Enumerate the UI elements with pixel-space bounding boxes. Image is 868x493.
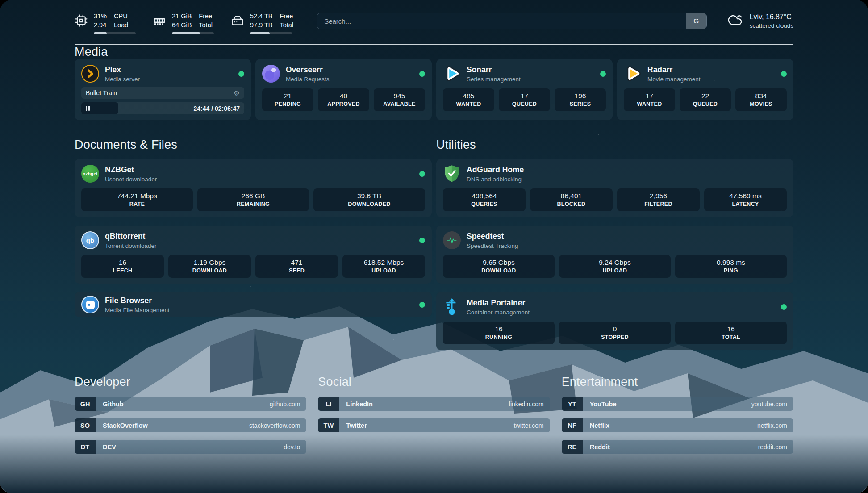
stat-tile: 196SERIES	[555, 88, 606, 111]
filebrowser-subtitle: Media File Management	[105, 307, 170, 313]
plex-icon	[81, 65, 99, 83]
disk-total-label: Total	[280, 21, 294, 29]
qbittorrent-title: qBittorrent	[105, 232, 157, 241]
hard-drive-icon	[231, 14, 244, 27]
cpu-load-value: 2.94	[94, 21, 107, 29]
stat-tile: 2,956FILTERED	[617, 188, 700, 211]
section-title-documents: Documents & Files	[75, 138, 432, 152]
filebrowser-icon	[81, 296, 99, 313]
bookmark-reddit[interactable]: RE Reddit reddit.com	[562, 440, 793, 454]
bookmark-netflix[interactable]: NF Netflix netflix.com	[562, 418, 793, 432]
portainer-status-dot	[781, 304, 787, 310]
stat-tile: 0STOPPED	[559, 322, 671, 344]
plex-playback-time: 24:44 / 02:06:47	[193, 102, 240, 114]
plex-subtitle: Media server	[105, 76, 140, 83]
bookmark-abbr: TW	[318, 418, 339, 432]
stat-tile: 16LEECH	[81, 255, 164, 278]
plex-card[interactable]: Plex Media server Bullet Train ⚙ 24:44 /…	[75, 59, 251, 120]
section-title-media: Media	[75, 45, 793, 59]
filebrowser-title: File Browser	[105, 296, 170, 305]
portainer-title: Media Portainer	[467, 298, 530, 308]
radarr-status-dot	[781, 71, 787, 77]
radarr-card[interactable]: Radarr Movie management 17WANTED 22QUEUE…	[617, 59, 793, 120]
entertainment-bookmarks: Entertainment YT YouTube youtube.com NF …	[562, 375, 793, 454]
search-input[interactable]	[317, 13, 686, 29]
snow-specks	[0, 0, 1, 1]
bookmark-stackoverflow[interactable]: SO StackOverflow stackoverflow.com	[75, 418, 306, 432]
stat-tile: 471SEED	[255, 255, 338, 278]
weather-location-temp: Lviv, 16.87°C	[750, 13, 793, 22]
qbittorrent-card[interactable]: qb qBittorrent Torrent downloader 16LEEC…	[75, 226, 432, 284]
stat-tile: 17WANTED	[624, 88, 675, 111]
stat-tile: 9.65 GbpsDOWNLOAD	[443, 255, 555, 278]
plex-status-dot	[238, 71, 244, 77]
portainer-crane-icon	[443, 298, 461, 316]
stat-tile: 834MOVIES	[735, 88, 787, 111]
adguard-card[interactable]: AdGuard Home DNS and adblocking 498,564Q…	[436, 159, 793, 217]
sonarr-icon	[443, 65, 461, 83]
overseerr-card[interactable]: Overseerr Media Requests 21PENDING 40APP…	[255, 59, 432, 120]
adguard-title: AdGuard Home	[467, 165, 524, 175]
stat-tile: 16TOTAL	[675, 322, 787, 344]
stat-tile: 618.52 MbpsUPLOAD	[342, 255, 425, 278]
plex-now-playing-row: Bullet Train ⚙	[81, 87, 244, 99]
speedtest-title: Speedtest	[467, 232, 518, 241]
stat-tile: 0.993 msPING	[675, 255, 787, 278]
stat-tile: 47.569 msLATENCY	[704, 188, 787, 211]
portainer-card[interactable]: Media Portainer Container management 16R…	[436, 292, 793, 350]
bookmark-abbr: DT	[75, 440, 96, 454]
developer-bookmarks: Developer GH Github github.com SO StackO…	[75, 375, 306, 454]
pause-icon[interactable]	[86, 106, 90, 111]
overseerr-subtitle: Media Requests	[286, 76, 330, 83]
bookmark-abbr: SO	[75, 418, 96, 432]
weather-widget: Lviv, 16.87°C scattered clouds	[726, 13, 793, 29]
bookmark-dev[interactable]: DT DEV dev.to	[75, 440, 306, 454]
stat-tile: 86,401BLOCKED	[530, 188, 613, 211]
weather-condition: scattered clouds	[750, 22, 793, 30]
filebrowser-card[interactable]: File Browser Media File Management	[75, 292, 432, 317]
memory-progress-bar	[172, 32, 214, 34]
section-title-utilities: Utilities	[436, 138, 793, 152]
cpu-progress-bar	[94, 32, 136, 34]
cpu-stat: 31% 2.94 CPU Load	[75, 12, 136, 34]
filebrowser-status-dot	[419, 302, 425, 308]
stat-tile: 39.6 TBDOWNLOADED	[313, 188, 425, 211]
adguard-shield-icon	[443, 165, 461, 183]
qbittorrent-subtitle: Torrent downloader	[105, 242, 157, 249]
section-title-developer: Developer	[75, 375, 306, 389]
plex-settings-gear-icon[interactable]: ⚙	[234, 90, 240, 96]
sonarr-subtitle: Series management	[467, 76, 521, 83]
sonarr-card[interactable]: Sonarr Series management 485WANTED 17QUE…	[436, 59, 613, 120]
stat-tile: 498,564QUERIES	[443, 188, 526, 211]
bookmark-linkedin[interactable]: LI LinkedIn linkedin.com	[318, 397, 550, 411]
qbittorrent-status-dot	[419, 238, 425, 243]
stat-tile: 40APPROVED	[318, 88, 369, 111]
system-stats: 31% 2.94 CPU Load	[75, 12, 293, 34]
stat-tile: 266 GBREMAINING	[197, 188, 309, 211]
section-title-social: Social	[318, 375, 550, 389]
bookmark-abbr: GH	[75, 397, 96, 411]
disk-progress-bar	[250, 32, 292, 34]
memory-icon	[153, 14, 166, 27]
stat-tile: 485WANTED	[443, 88, 494, 111]
memory-total-value: 64 GiB	[172, 21, 192, 29]
search-bar: G	[317, 13, 707, 29]
social-bookmarks: Social LI LinkedIn linkedin.com TW Twitt…	[318, 375, 550, 454]
utilities-column: Utilities	[436, 138, 793, 350]
speedtest-card[interactable]: Speedtest Speedtest Tracking 9.65 GbpsDO…	[436, 226, 793, 284]
bookmark-abbr: YT	[562, 397, 583, 411]
search-engine-button[interactable]: G	[686, 13, 706, 29]
qbittorrent-icon: qb	[81, 231, 99, 249]
cpu-percent: 31%	[94, 12, 107, 21]
bookmark-youtube[interactable]: YT YouTube youtube.com	[562, 397, 793, 411]
bookmark-twitter[interactable]: TW Twitter twitter.com	[318, 418, 550, 432]
stat-tile: 17QUEUED	[499, 88, 550, 111]
bookmark-github[interactable]: GH Github github.com	[75, 397, 306, 411]
disk-total-value: 97.9 TB	[250, 21, 273, 29]
sonarr-status-dot	[600, 71, 606, 77]
plex-playback-progress[interactable]: 24:44 / 02:06:47	[81, 102, 244, 114]
nzbget-title: NZBGet	[105, 165, 157, 175]
portainer-subtitle: Container management	[467, 309, 530, 316]
stat-tile: 9.24 GbpsUPLOAD	[559, 255, 671, 278]
nzbget-card[interactable]: nzbget NZBGet Usenet downloader 744.21 M…	[75, 159, 432, 217]
